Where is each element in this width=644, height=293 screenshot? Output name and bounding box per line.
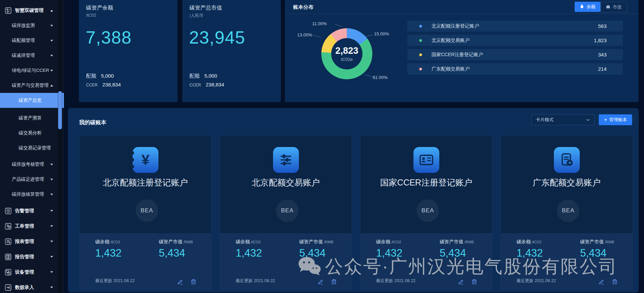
delete-icon[interactable] bbox=[331, 278, 337, 285]
alarm-icon bbox=[4, 207, 12, 215]
sidebar-item-workorder-management[interactable]: 工单管理 bbox=[0, 218, 64, 234]
toggle-balance-button[interactable]: 余额 bbox=[575, 2, 600, 12]
workorder-icon bbox=[4, 223, 12, 230]
balance-market-toggle: 余额 市值 bbox=[575, 2, 627, 13]
sidebar-item-data-entry[interactable]: 数据录入 bbox=[0, 280, 64, 293]
ledger-card-guangdong-trading: 广东配额交易账户 BEA 碳余额/tCO2 碳资产市值/RMB 1,432 5,… bbox=[501, 135, 633, 290]
balance-value: 1,432 bbox=[516, 247, 543, 259]
sidebar: 智慧双碳管理 碳排放监测 碳配额管理 碳减排管理 绿电/绿证与CCER 碳资产与… bbox=[0, 0, 64, 293]
card-stats: 碳余额/tCO2 碳资产市值/RMB 1,432 5,434 最近更新 2021… bbox=[220, 233, 352, 290]
market-value: 5,434 bbox=[299, 247, 326, 259]
sidebar-item-asset-trading-management[interactable]: 碳资产与交易管理 bbox=[0, 78, 64, 93]
donut-center-unit: tC02e bbox=[341, 57, 353, 62]
quota-label: 配额 bbox=[189, 73, 200, 79]
market-value: 5,434 bbox=[580, 247, 607, 259]
quota-label: 配额 bbox=[86, 73, 96, 79]
sidebar-item-smart-dual-carbon[interactable]: 智慧双碳管理 bbox=[0, 3, 64, 18]
stat-unit: /人民币 bbox=[189, 13, 203, 19]
chevron-down-icon bbox=[50, 210, 53, 212]
card-stats: 碳余额/tCO2 碳资产市值/RMB 1,432 5,434 最近更新 2021… bbox=[80, 233, 211, 290]
money-bag-icon bbox=[580, 4, 584, 10]
sidebar-item-green-power-ccer[interactable]: 绿电/绿证与CCER bbox=[0, 63, 64, 78]
view-mode-select[interactable]: 卡片模式 bbox=[531, 114, 594, 125]
label-connector bbox=[366, 34, 373, 36]
sidebar-item-accounting-management[interactable]: 碳排放核算管理 bbox=[0, 187, 64, 202]
sidebar-item-reduction-management[interactable]: 碳减排管理 bbox=[0, 48, 64, 63]
label-connector bbox=[364, 75, 372, 77]
card-title: 广东配额交易账户 bbox=[501, 177, 632, 188]
ccer-label: CCER bbox=[86, 83, 98, 87]
stat-title: 碳资产余额 bbox=[86, 4, 113, 12]
manage-ledgers-button[interactable]: + 管理账本 bbox=[599, 114, 632, 125]
delete-icon[interactable] bbox=[190, 278, 197, 285]
scrollbar-thumb[interactable] bbox=[58, 91, 62, 129]
legend-row[interactable]: 国家CCER注册登记账户 343 bbox=[407, 49, 623, 60]
sidebar-item-report-management[interactable]: 报告管理 bbox=[0, 249, 64, 264]
chevron-down-icon bbox=[50, 25, 53, 27]
sidebar-item-asset-overview[interactable]: 碳资产总览 bbox=[0, 93, 64, 108]
chevron-down-icon bbox=[586, 119, 590, 121]
stat-value: 7,388 bbox=[86, 27, 132, 48]
card-stats: 碳余额/tCO2 碳资产市值/RMB 1,432 5,434 最近更新 2021… bbox=[360, 233, 492, 290]
donut-ring[interactable]: 2,823 tC02e bbox=[321, 28, 372, 79]
chevron-up-icon bbox=[50, 10, 53, 12]
panel-title: 账本分布 bbox=[293, 4, 313, 11]
chevron-down-icon bbox=[50, 225, 53, 227]
account-code-badge: BEA bbox=[136, 199, 158, 222]
legend-dot bbox=[419, 53, 422, 56]
sidebar-item-device-management[interactable]: 设备管理 bbox=[0, 264, 64, 280]
account-code-badge: BEA bbox=[417, 199, 439, 222]
edit-icon[interactable] bbox=[458, 278, 464, 285]
label-connector bbox=[335, 24, 342, 27]
slice-label-green: 61.00% bbox=[373, 75, 388, 80]
edit-icon[interactable] bbox=[598, 278, 605, 285]
legend-row[interactable]: 北京配额注册登记账户 563 bbox=[407, 20, 623, 32]
delete-icon[interactable] bbox=[611, 278, 618, 285]
sidebar-item-quota-management[interactable]: 碳配额管理 bbox=[0, 33, 64, 48]
app-title: 智慧双碳管理 bbox=[15, 7, 44, 14]
ccer-value: 238,834 bbox=[102, 82, 121, 87]
plus-icon: + bbox=[604, 117, 607, 123]
edit-icon[interactable] bbox=[317, 278, 324, 285]
chevron-up-icon bbox=[50, 85, 53, 86]
balance-value: 1,432 bbox=[95, 247, 122, 259]
yen-ledger-icon: ¥ bbox=[133, 147, 158, 173]
chevron-down-icon bbox=[50, 179, 53, 180]
ledger-legend: 北京配额注册登记账户 563 北京配额交易账户 1,823 国家CCER注册登记… bbox=[407, 20, 623, 78]
sidebar-item-trading-analysis[interactable]: 碳交易分析 bbox=[0, 126, 64, 141]
chevron-down-icon bbox=[50, 287, 53, 288]
report-book-icon bbox=[4, 253, 12, 261]
sidebar-item-report-form-management[interactable]: 报表管理 bbox=[0, 234, 64, 249]
ledger-cards: ¥ 北京配额注册登记账户 BEA 碳余额/tCO2 碳资产市值/RMB 1,43… bbox=[79, 135, 633, 290]
slice-label-blue: 15.00% bbox=[374, 31, 389, 36]
card-title: 北京配额交易账户 bbox=[220, 177, 352, 188]
id-card-ledger-icon bbox=[413, 147, 439, 173]
chevron-down-icon bbox=[50, 256, 53, 258]
sidebar-item-alarm-management[interactable]: 告警管理 bbox=[0, 203, 64, 218]
ledger-card-national-ccer: 国家CCER注册登记账户 BEA 碳余额/tCO2 碳资产市值/RMB 1,43… bbox=[360, 135, 492, 290]
sidebar-item-assessment-management[interactable]: 碳排放考核管理 bbox=[0, 157, 64, 172]
card-stats: 碳余额/tCO2 碳资产市值/RMB 1,432 5,434 最近更新 2021… bbox=[501, 233, 632, 290]
quota-value: 5,000 bbox=[101, 73, 114, 79]
sidebar-item-trading-records[interactable]: 碳交易记录管理 bbox=[0, 141, 64, 156]
quota-value: 5,000 bbox=[204, 73, 217, 79]
market-value: 5,434 bbox=[159, 247, 185, 259]
sidebar-item-asset-calculation[interactable]: 碳资产测算 bbox=[0, 111, 64, 126]
chevron-down-icon bbox=[50, 55, 53, 56]
donut-center: 2,823 tC02e bbox=[331, 38, 362, 69]
divider bbox=[285, 14, 639, 14]
edit-icon[interactable] bbox=[177, 278, 184, 285]
sidebar-item-footprint-management[interactable]: 产品碳足迹管理 bbox=[0, 172, 64, 187]
market-value: 5,434 bbox=[440, 247, 466, 259]
screen: 智慧双碳管理 碳排放监测 碳配额管理 碳减排管理 绿电/绿证与CCER 碳资产与… bbox=[0, 0, 644, 293]
legend-row[interactable]: 广东配额交易账户 214 bbox=[407, 63, 623, 75]
chevron-down-icon bbox=[50, 241, 53, 242]
section-title: 我的碳账本 bbox=[79, 119, 106, 126]
market-icon bbox=[606, 4, 610, 10]
donut-center-value: 2,823 bbox=[335, 46, 358, 56]
sliders-ledger-icon bbox=[273, 147, 299, 173]
delete-icon[interactable] bbox=[471, 278, 478, 285]
legend-row[interactable]: 北京配额交易账户 1,823 bbox=[407, 35, 623, 46]
sidebar-item-emission-monitoring[interactable]: 碳排放监测 bbox=[0, 18, 64, 33]
toggle-market-button[interactable]: 市值 bbox=[600, 2, 627, 13]
